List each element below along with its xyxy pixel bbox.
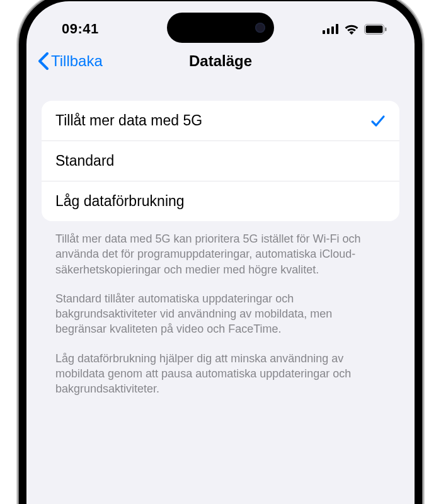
status-icons <box>323 24 387 35</box>
option-allow-more-5g[interactable]: Tillåt mer data med 5G <box>42 101 399 141</box>
svg-rect-6 <box>385 27 387 31</box>
svg-rect-2 <box>331 26 334 34</box>
nav-bar: Tillbaka Dataläge <box>26 42 415 78</box>
phone-screen: 09:41 <box>26 1 415 504</box>
status-time: 09:41 <box>62 21 99 37</box>
footer-paragraph: Standard tillåter automatiska uppdaterin… <box>55 291 386 337</box>
checkmark-icon <box>370 113 386 129</box>
svg-rect-5 <box>366 25 383 33</box>
footer-description: Tillåt mer data med 5G kan prioritera 5G… <box>42 221 399 397</box>
back-button[interactable]: Tillbaka <box>38 52 103 70</box>
option-label: Låg dataförbrukning <box>55 193 185 210</box>
footer-paragraph: Låg dataförbrukning hjälper dig att mins… <box>55 351 386 397</box>
option-label: Tillåt mer data med 5G <box>55 112 202 129</box>
cellular-signal-icon <box>323 24 339 34</box>
option-low-data[interactable]: Låg dataförbrukning <box>42 181 399 221</box>
option-label: Standard <box>55 152 114 169</box>
camera-dot <box>255 23 265 33</box>
chevron-left-icon <box>38 52 49 70</box>
svg-rect-1 <box>327 28 329 34</box>
dynamic-island <box>167 13 274 43</box>
battery-icon <box>364 24 387 35</box>
content-area: Tillåt mer data med 5G Standard Låg data… <box>26 78 415 397</box>
svg-rect-3 <box>336 24 338 34</box>
phone-frame: 09:41 <box>19 0 422 504</box>
option-standard[interactable]: Standard <box>42 141 399 181</box>
svg-rect-0 <box>323 30 325 34</box>
back-label: Tillbaka <box>51 52 103 70</box>
wifi-icon <box>344 24 359 35</box>
footer-paragraph: Tillåt mer data med 5G kan prioritera 5G… <box>55 231 386 277</box>
page-title: Dataläge <box>189 52 252 70</box>
options-list: Tillåt mer data med 5G Standard Låg data… <box>42 101 399 221</box>
